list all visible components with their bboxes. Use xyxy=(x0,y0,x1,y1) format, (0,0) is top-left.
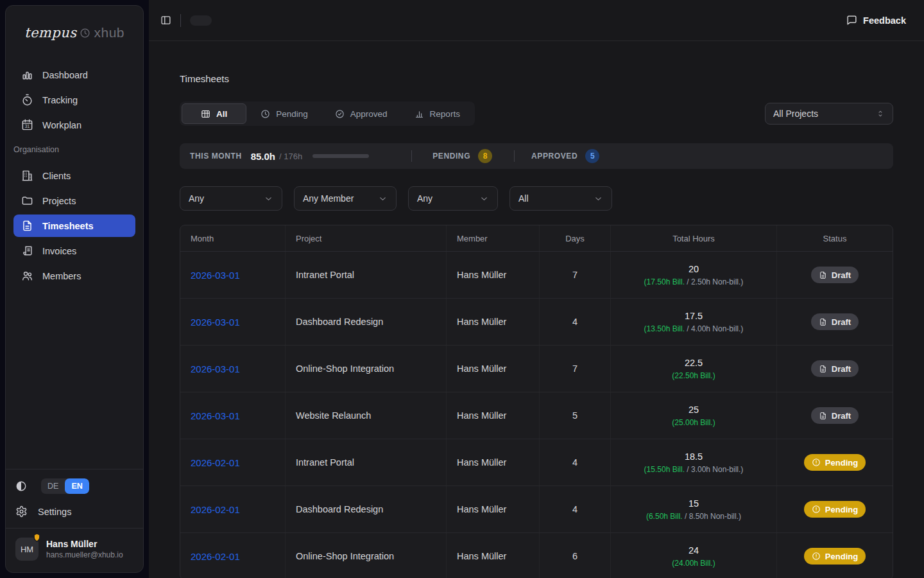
month-link[interactable]: 2026-02-01 xyxy=(191,504,240,515)
status-badge-pending[interactable]: Pending xyxy=(804,454,866,471)
filter-select-2[interactable]: Any Member xyxy=(294,186,397,211)
user-card[interactable]: HM Hans Müller hans.mueller@xhub.io xyxy=(6,529,143,572)
sidebar-item-workplan[interactable]: 31Workplan xyxy=(13,114,135,136)
status-badge-draft[interactable]: Draft xyxy=(811,313,859,330)
cell-days: 7 xyxy=(540,252,611,298)
billable-hours: (15.50h Bill. xyxy=(644,465,685,474)
project-name: Dashboard Redesign xyxy=(296,317,383,327)
month-link[interactable]: 2026-02-01 xyxy=(191,457,240,468)
cell-month: 2026-02-01 xyxy=(180,533,286,578)
hours-breakdown: (24.00h Bill.) xyxy=(672,559,715,568)
tab-all[interactable]: All xyxy=(182,103,246,124)
billable-hours: (13.50h Bill. xyxy=(644,324,685,333)
feedback-button[interactable]: Feedback xyxy=(846,15,906,26)
hours-breakdown: (25.00h Bill.) xyxy=(672,418,715,427)
status-badge-pending[interactable]: Pending xyxy=(804,501,866,518)
alert-circle-icon xyxy=(812,458,821,467)
project-filter-select[interactable]: All Projects xyxy=(765,103,893,125)
status-label: Draft xyxy=(832,364,851,374)
cell-days: 4 xyxy=(540,299,611,345)
sidebar-item-clients[interactable]: Clients xyxy=(13,164,135,187)
hours-wrap: 25(25.00h Bill.) xyxy=(672,405,715,427)
sidebar-item-members[interactable]: Members xyxy=(13,265,135,287)
cell-status: Draft xyxy=(777,299,893,345)
stats-divider xyxy=(411,150,412,162)
project-name: Intranet Portal xyxy=(296,270,354,280)
project-name: Dashboard Redesign xyxy=(296,504,383,514)
member-name: Hans Müller xyxy=(457,410,506,421)
tab-label: All xyxy=(216,109,227,119)
cell-status: Pending xyxy=(777,533,893,578)
cell-member: Hans Müller xyxy=(447,439,540,486)
tab-label: Reports xyxy=(430,109,460,119)
cell-days: 7 xyxy=(540,346,611,392)
settings-label: Settings xyxy=(38,507,71,517)
cell-status: Pending xyxy=(777,439,893,486)
filter-value: All xyxy=(518,193,529,204)
month-link[interactable]: 2026-02-01 xyxy=(191,551,240,562)
cell-project: Intranet Portal xyxy=(286,252,447,298)
check-circle-icon xyxy=(335,109,345,119)
status-label: Draft xyxy=(832,411,851,421)
sidebar-toggle-icon[interactable] xyxy=(160,15,171,26)
chevron-down-icon xyxy=(378,194,388,204)
pending-count-badge: 8 xyxy=(478,149,492,163)
contrast-icon xyxy=(15,480,27,492)
days-value: 6 xyxy=(572,551,578,561)
settings-button[interactable]: Settings xyxy=(6,498,143,528)
cell-member: Hans Müller xyxy=(447,252,540,298)
cell-project: Dashboard Redesign xyxy=(286,299,447,345)
cell-month: 2026-03-01 xyxy=(180,299,286,345)
month-link[interactable]: 2026-03-01 xyxy=(191,270,240,281)
hours-value: 17.5 xyxy=(685,311,703,321)
hours-value: 18.5 xyxy=(685,451,703,462)
sidebar: tempus xhub DashboardTracking31Workplan … xyxy=(5,5,144,573)
sidebar-item-invoices[interactable]: Invoices xyxy=(13,240,135,262)
column-header: Status xyxy=(777,225,893,251)
hours-breakdown: (6.50h Bill. / 8.50h Non-bill.) xyxy=(646,512,741,521)
brand-logo: tempus xhub xyxy=(6,6,143,57)
table-row: 2026-02-01Dashboard RedesignHans Müller4… xyxy=(180,486,893,532)
hours-wrap: 18.5(15.50h Bill. / 3.00h Non-bill.) xyxy=(644,451,744,474)
avatar: HM xyxy=(15,538,38,561)
timesheets-table: MonthProjectMemberDaysTotal HoursStatus … xyxy=(180,225,893,578)
table-header-row: MonthProjectMemberDaysTotal HoursStatus xyxy=(180,225,893,251)
hours-breakdown: (17.50h Bill. / 2.50h Non-bill.) xyxy=(644,277,744,286)
month-link[interactable]: 2026-03-01 xyxy=(191,363,240,374)
sidebar-item-timesheets[interactable]: Timesheets xyxy=(13,215,135,237)
filter-select-3[interactable]: Any xyxy=(408,186,498,211)
month-link[interactable]: 2026-03-01 xyxy=(191,410,240,421)
tab-reports[interactable]: Reports xyxy=(402,103,473,124)
status-badge-draft[interactable]: Draft xyxy=(811,407,859,424)
topbar-divider xyxy=(180,14,181,27)
status-badge-draft[interactable]: Draft xyxy=(811,360,859,377)
filter-select-4[interactable]: All xyxy=(509,186,612,211)
sidebar-section-label: Organisation xyxy=(6,139,143,158)
stats-bar: THIS MONTH 85.0h / 176h PENDING 8 APPROV… xyxy=(180,143,893,169)
sidebar-item-label: Tracking xyxy=(42,95,78,105)
topbar: Feedback xyxy=(149,0,924,41)
approved-count-badge: 5 xyxy=(585,149,599,163)
this-month-hours: 85.0h xyxy=(251,151,275,162)
cell-month: 2026-03-01 xyxy=(180,392,286,439)
language-en-button[interactable]: EN xyxy=(65,478,89,494)
tab-pending[interactable]: Pending xyxy=(248,103,321,124)
month-link[interactable]: 2026-03-01 xyxy=(191,317,240,328)
column-header: Days xyxy=(540,225,611,251)
status-label: Draft xyxy=(832,270,851,280)
tab-approved[interactable]: Approved xyxy=(322,103,400,124)
language-de-button[interactable]: DE xyxy=(41,478,65,494)
sidebar-item-dashboard[interactable]: Dashboard xyxy=(13,64,135,86)
status-badge-draft[interactable]: Draft xyxy=(811,267,859,283)
sidebar-item-tracking[interactable]: Tracking xyxy=(13,89,135,111)
days-value: 4 xyxy=(572,457,578,468)
member-name: Hans Müller xyxy=(457,504,506,514)
sidebar-item-projects[interactable]: Projects xyxy=(13,189,135,212)
filter-select-1[interactable]: Any xyxy=(180,186,282,211)
sidebar-item-label: Invoices xyxy=(42,246,76,256)
hours-wrap: 20(17.50h Bill. / 2.50h Non-bill.) xyxy=(644,264,744,286)
chevron-down-icon xyxy=(594,194,603,204)
tab-group: AllPendingApprovedReports xyxy=(180,101,475,126)
table-icon xyxy=(201,109,210,119)
status-badge-pending[interactable]: Pending xyxy=(804,548,866,565)
